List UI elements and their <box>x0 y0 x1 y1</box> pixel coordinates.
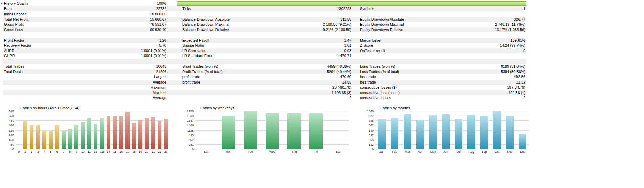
stat-cell: loss trade-492.56 <box>359 74 526 80</box>
stat-value: 1.47 <box>344 38 352 43</box>
x-tick-label: Sun <box>196 150 217 154</box>
y-tick-label: 795 <box>369 119 374 122</box>
stat-value: 13.17% (1 936.56) <box>495 27 526 33</box>
bar <box>62 131 65 149</box>
stat-value: -14.24 (99.74%) <box>499 43 526 48</box>
stat-label <box>181 32 182 38</box>
x-tick-label: 11 <box>86 150 92 154</box>
y-tick-label: 530 <box>369 129 374 132</box>
y-axis: 028156284311251406168719682250 <box>183 111 196 149</box>
stat-value: -60 930.40 <box>148 27 167 33</box>
stat-cell <box>181 32 352 38</box>
y-tick-label: 843 <box>189 134 194 137</box>
plot-area <box>196 111 349 149</box>
stat-cell: Largest <box>3 74 167 80</box>
chart-body: 080160240320400480560640 <box>3 111 169 149</box>
stat-value: 9.21% (2 100.50) <box>323 27 352 33</box>
y-tick-label: 1406 <box>187 124 194 127</box>
stat-label: Total Trades <box>3 64 24 69</box>
stat-label: Ticks <box>181 6 191 12</box>
bar-slot <box>105 111 112 149</box>
bar <box>107 116 110 149</box>
bar-slot <box>28 111 35 149</box>
stat-cell: Equity Drawdown Maximal2 746.19 (11.76%) <box>359 22 526 27</box>
stat-label: Sharpe Ratio <box>181 43 204 48</box>
stat-value: 10 000.00 <box>150 11 167 17</box>
stat-label <box>359 32 360 38</box>
y-tick-label: 397 <box>369 134 374 137</box>
stat-cell: Bars22732 <box>3 6 167 12</box>
bar <box>378 119 386 149</box>
bar <box>55 125 59 149</box>
stat-cell <box>3 59 167 64</box>
stat-value <box>166 59 167 64</box>
stat-cell: Equity Drawdown Absolute326.77 <box>359 17 526 22</box>
entries-by-weekdays-chart: Entries by weekdays028156284311251406168… <box>183 105 349 154</box>
history-quality-bar <box>177 1 526 6</box>
bar <box>145 118 148 149</box>
bar-slot <box>118 111 124 149</box>
bar-slot <box>131 111 137 149</box>
bar-slot <box>283 111 305 149</box>
bar-slot <box>327 111 349 149</box>
bar <box>266 113 279 149</box>
x-tick-label: Mar <box>401 150 414 154</box>
table-row <box>3 32 526 38</box>
bar-slot <box>388 111 401 149</box>
stat-cell: Gross Profit76 591.07 <box>3 22 167 27</box>
stat-label <box>181 85 182 90</box>
bar-slot <box>60 111 67 149</box>
x-tick-label: Jul <box>452 150 465 154</box>
y-tick-label: 560 <box>9 114 14 118</box>
stat-value: 2 746.19 (11.76%) <box>495 22 526 27</box>
stat-label: OnTester result <box>359 48 385 54</box>
stat-cell: History Quality100% <box>3 1 167 6</box>
stat-value: 5.70 <box>159 43 167 48</box>
x-tick-label: Tue <box>239 150 261 154</box>
stat-value: 100% <box>157 1 167 6</box>
table-row: Total Trades10648Short Trades (won %)445… <box>3 64 526 69</box>
bar <box>288 113 301 149</box>
stat-cell: Total Deals21296 <box>3 69 167 75</box>
stat-value: 6189 (51.64%) <box>501 64 526 69</box>
x-tick-label: 12 <box>92 150 99 154</box>
stat-label: profit trade <box>181 80 200 85</box>
entries-by-hours-chart: Entries by hours (Asia,Europe,USA)080160… <box>3 105 169 154</box>
stat-label: loss trade <box>359 80 376 85</box>
bar <box>244 111 257 149</box>
stat-cell: Balance Drawdown Maximal2 100.50 (9.21%) <box>181 22 352 27</box>
bar-slot <box>375 111 388 149</box>
bar-slot <box>79 111 86 149</box>
stat-label <box>359 59 360 64</box>
bar-slot <box>41 111 48 149</box>
stat-label: Z-Score <box>359 43 373 48</box>
bar <box>158 121 161 149</box>
y-tick-label: 2250 <box>187 110 194 113</box>
backtest-report: ◂ History Quality100%Bars22732Ticks13022… <box>0 0 644 188</box>
stat-cell <box>181 59 352 64</box>
stat-cell: 2 <box>181 95 352 101</box>
stat-cell: Profit Trades (% of total)5264 (49.44%) <box>181 69 352 75</box>
x-tick-label: Thu <box>283 150 305 154</box>
bar <box>119 116 123 149</box>
bars <box>16 111 169 149</box>
stat-cell: consecutive losses2 <box>359 95 526 101</box>
y-tick-label: 1687 <box>187 119 194 122</box>
stat-value: 21296 <box>156 69 167 75</box>
table-row: Total Net Profit15 660.67Balance Drawdow… <box>3 17 526 22</box>
bar <box>506 116 514 149</box>
bar-slot <box>73 111 79 149</box>
stat-cell: 1 106.65 (3) <box>181 90 352 96</box>
y-tick-label: 281 <box>189 143 194 146</box>
stat-label <box>181 90 182 96</box>
stat-cell: Balance Drawdown Absolute311.56 <box>181 17 352 22</box>
stat-cell: Average <box>3 80 167 85</box>
bar-slot <box>239 111 261 149</box>
stat-cell: loss trade-11.32 <box>359 80 526 85</box>
stat-label <box>3 74 4 80</box>
stat-value: 2 <box>523 95 526 101</box>
bar-slot <box>439 111 452 149</box>
bar-slot <box>137 111 144 149</box>
y-axis: 01322653975306627959271060 <box>363 111 375 149</box>
stat-value: 326.77 <box>514 17 526 22</box>
